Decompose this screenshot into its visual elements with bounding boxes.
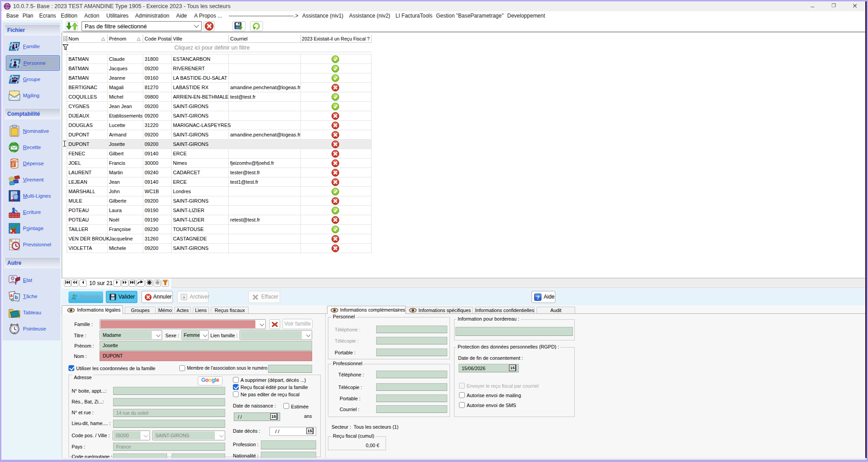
svg-text:c: c (11, 297, 14, 302)
svg-text:?: ? (536, 295, 540, 300)
